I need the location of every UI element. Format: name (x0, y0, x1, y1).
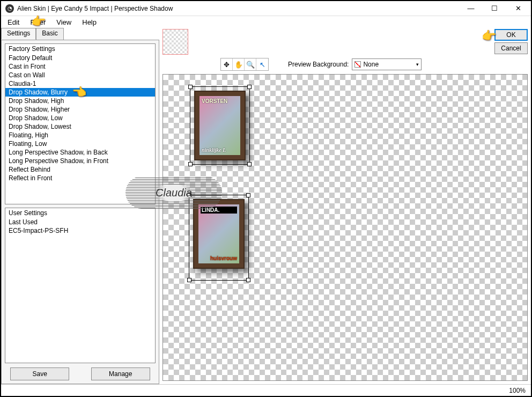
tool-icons: ✥ ✋ 🔍 ↖ (220, 58, 269, 71)
list-item[interactable]: Drop Shadow, High (5, 97, 155, 105)
settings-panel: Factory Settings Factory DefaultCast in … (1, 40, 159, 384)
close-button[interactable]: ✕ (506, 2, 530, 16)
list-item[interactable]: Reflect Behind (5, 165, 155, 174)
list-item[interactable]: Floating, Low (5, 139, 155, 148)
list-item[interactable]: Cast in Front (5, 62, 155, 71)
list-item[interactable]: Cast on Wall (5, 71, 155, 79)
action-row: ✥ ✋ 🔍 ↖ Preview Background: None ▾ (159, 55, 531, 74)
pointer-tool-icon[interactable]: ↖ (256, 58, 268, 70)
mag2-title: LINDA. (201, 207, 237, 214)
list-item[interactable]: EC5-Impact-PS-SFH (5, 226, 155, 235)
list-item[interactable]: Factory Default (5, 54, 155, 62)
hand-tool-icon[interactable]: ✋ (233, 58, 245, 70)
list-item[interactable]: Drop Shadow, Higher (5, 105, 155, 114)
resize-handle[interactable] (246, 278, 250, 282)
resize-handle[interactable] (187, 278, 191, 282)
user-settings-list[interactable]: User Settings Last UsedEC5-Impact-PS-SFH (5, 208, 156, 363)
resize-handle[interactable] (247, 162, 252, 166)
content: Settings Basic Factory Settings Factory … (1, 28, 531, 384)
factory-settings-header: Factory Settings (5, 44, 155, 54)
list-item[interactable]: Long Perspective Shadow, in Back (5, 148, 155, 157)
list-item[interactable]: Last Used (5, 218, 155, 226)
resize-handle[interactable] (188, 85, 193, 89)
ok-button[interactable]: OK (494, 29, 528, 41)
user-settings-header: User Settings (5, 208, 155, 218)
maximize-button[interactable]: ☐ (483, 2, 506, 16)
preview-background-value: None (363, 61, 379, 68)
window-controls: — ☐ ✕ (459, 2, 530, 16)
zoom-level: 100% (509, 387, 526, 394)
thumbnail[interactable] (162, 29, 188, 55)
app-icon: ◔ (5, 4, 14, 13)
list-item[interactable]: Drop Shadow, Blurry👈 (5, 88, 155, 97)
menubar: Edit Filter View Help 👉 (1, 16, 531, 28)
cancel-button[interactable]: Cancel (494, 42, 528, 54)
zoom-tool-icon[interactable]: 🔍 (245, 58, 256, 70)
resize-handle[interactable] (246, 193, 250, 197)
preview-object-1[interactable]: VORSTEN ninklijke L (194, 91, 246, 160)
dialog-buttons: OK Cancel 👉 (494, 29, 528, 54)
list-item[interactable]: Floating, High (5, 131, 155, 139)
mag2-caption: huisvrouw (210, 255, 237, 261)
resize-handle[interactable] (187, 193, 191, 197)
preview-background-select[interactable]: None ▾ (352, 58, 422, 70)
settings-buttons: Save Manage (5, 363, 156, 380)
menu-view[interactable]: View (52, 17, 76, 27)
list-item[interactable]: Claudia-1 (5, 79, 155, 88)
resize-handle[interactable] (247, 85, 252, 89)
list-item[interactable]: Drop Shadow, Low (5, 114, 155, 122)
window-title: Alien Skin | Eye Candy 5 Impact | Perspe… (17, 5, 459, 12)
tab-strip: Settings Basic (1, 28, 159, 40)
tab-basic[interactable]: Basic (36, 28, 63, 40)
minimize-button[interactable]: — (459, 2, 483, 16)
factory-settings-list[interactable]: Factory Settings Factory DefaultCast in … (5, 43, 156, 204)
preview-canvas[interactable]: VORSTEN ninklijke L LINDA. huisvrouw (162, 74, 528, 381)
thumbnail-strip (159, 28, 531, 55)
menu-filter[interactable]: Filter (26, 17, 50, 27)
list-item[interactable]: Long Perspective Shadow, in Front (5, 157, 155, 165)
preview-object-2[interactable]: LINDA. huisvrouw (193, 199, 245, 269)
left-panel: Settings Basic Factory Settings Factory … (1, 28, 159, 384)
preview-background-label: Preview Background: (288, 61, 349, 68)
list-item[interactable]: Drop Shadow, Lowest (5, 122, 155, 131)
right-panel: OK Cancel 👉 ✥ ✋ 🔍 ↖ Preview Background: … (159, 28, 531, 384)
manage-button[interactable]: Manage (91, 367, 150, 380)
menu-help[interactable]: Help (78, 17, 101, 27)
mag1-caption: ninklijke L (202, 147, 238, 153)
save-button[interactable]: Save (10, 367, 69, 380)
none-swatch-icon (354, 61, 361, 68)
statusbar: 100% (1, 384, 531, 396)
tab-settings[interactable]: Settings (1, 28, 36, 40)
move-tool-icon[interactable]: ✥ (221, 58, 233, 70)
list-item[interactable]: Reflect in Front (5, 174, 155, 182)
preview-background-control: Preview Background: None ▾ (288, 58, 422, 70)
mag1-title: VORSTEN (202, 98, 238, 104)
resize-handle[interactable] (188, 162, 193, 166)
titlebar: ◔ Alien Skin | Eye Candy 5 Impact | Pers… (1, 1, 531, 16)
chevron-down-icon: ▾ (416, 62, 419, 67)
menu-edit[interactable]: Edit (3, 17, 24, 27)
